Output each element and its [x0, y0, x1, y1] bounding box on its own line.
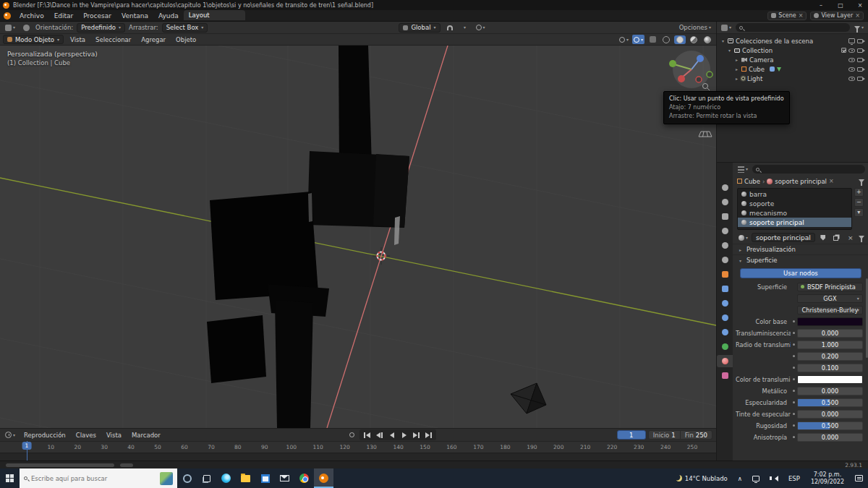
transform-orientation-dropdown[interactable]: Global▾	[399, 23, 440, 33]
outliner-row-cube[interactable]: ▸ Cube	[717, 64, 868, 74]
view-layer-selector[interactable]: View Layer ×	[810, 12, 864, 20]
color-swatch-color-base[interactable]	[797, 317, 863, 326]
frame-start-field[interactable]: Inicio1	[648, 430, 681, 440]
collection-checkbox[interactable]	[841, 48, 846, 53]
cortana-button[interactable]	[177, 468, 197, 488]
jump-to-start-button[interactable]	[362, 430, 373, 440]
collapse-icon[interactable]: ▸	[734, 57, 739, 62]
mode-dropdown[interactable]: Modo Objeto▾	[3, 35, 64, 44]
animate-dot-icon[interactable]	[791, 401, 797, 403]
unlink-material-button[interactable]: ×	[845, 233, 856, 242]
zoom-icon[interactable]	[703, 84, 710, 91]
gizmo-y-neg-axis[interactable]	[707, 72, 712, 77]
editor-type-button[interactable]: ▾	[4, 23, 17, 33]
hide-viewport-icon[interactable]	[848, 58, 855, 62]
properties-tab-constraints[interactable]	[717, 326, 733, 338]
view-layer-unlink-icon[interactable]: ×	[855, 12, 860, 19]
perspective-toggle-icon[interactable]	[699, 132, 712, 137]
viewport-menu-seleccionar[interactable]: Seleccionar	[90, 36, 136, 43]
material-slot-barra[interactable]: barra	[738, 189, 851, 199]
shading-rendered-button[interactable]	[702, 35, 713, 44]
shading-material-button[interactable]	[688, 35, 699, 44]
play-button[interactable]	[399, 430, 409, 440]
menu-procesar[interactable]: Procesar	[78, 10, 116, 21]
properties-editor-type-button[interactable]: ▾	[736, 165, 749, 174]
use-nodes-button[interactable]: Usar nodos	[740, 268, 861, 278]
blender-taskbar-button[interactable]	[314, 468, 333, 488]
outliner-row-scene-collection[interactable]: ▾ Colecciones de la escena	[717, 36, 868, 46]
show-hidden-icons-button[interactable]: ∧	[733, 468, 747, 488]
animate-dot-icon[interactable]	[791, 332, 797, 334]
language-button[interactable]: ESP	[783, 468, 805, 488]
viewport-menu-vista[interactable]: Vista	[65, 36, 90, 43]
timeline-menu-claves[interactable]: Claves	[71, 432, 101, 439]
next-keyframe-button[interactable]	[411, 430, 422, 440]
snap-toggle[interactable]	[444, 23, 456, 33]
playhead-badge[interactable]: 1	[22, 442, 32, 450]
value-slider-rugosidad[interactable]: 0.500	[797, 421, 863, 430]
section-preview[interactable]: ▸ Previsualización	[733, 244, 868, 254]
dropdown-christensen-burley[interactable]: Christensen-Burley▾	[797, 306, 863, 314]
animate-dot-icon[interactable]	[791, 320, 797, 322]
search-highlight-image[interactable]	[160, 472, 173, 485]
chrome-button[interactable]	[294, 468, 314, 488]
outliner-row-camera[interactable]: ▸ Camera	[717, 55, 868, 64]
auto-keyframe-toggle[interactable]	[346, 430, 357, 440]
value-slider-value[interactable]: 0.100	[797, 364, 863, 372]
clock-widget[interactable]: 7:02 p.m. 12/09/2022	[805, 471, 850, 486]
material-name-field[interactable]: soporte principal	[752, 233, 815, 242]
filter-icon[interactable]	[859, 236, 864, 239]
viewport-menu-objeto[interactable]: Objeto	[171, 36, 201, 43]
value-slider-radio-de-translumi[interactable]: 1.000	[797, 341, 863, 349]
menu-ayuda[interactable]: Ayuda	[153, 10, 184, 21]
breadcrumb-object[interactable]: Cube	[744, 178, 760, 185]
properties-tab-tool[interactable]	[717, 181, 733, 194]
viewport-canvas[interactable]	[0, 46, 716, 428]
edge-button[interactable]	[216, 468, 236, 488]
material-slot-mecanismo[interactable]: mecanismo	[738, 208, 851, 218]
view-image-button[interactable]	[20, 23, 32, 33]
collapse-icon[interactable]: ▸	[734, 76, 739, 81]
workspace-tab-layout[interactable]: Layout	[184, 10, 246, 20]
overlays-toggle[interactable]: ▾	[632, 35, 644, 44]
jump-to-end-button[interactable]	[423, 430, 434, 440]
menu-archivo[interactable]: Archivo	[14, 10, 49, 21]
value-slider-transluminiscencia[interactable]: 0.000	[797, 329, 863, 338]
new-material-button[interactable]	[831, 233, 843, 242]
snap-settings-button[interactable]: ▾	[459, 23, 471, 33]
gizmo-y-axis[interactable]	[669, 60, 676, 67]
current-frame-field[interactable]: 1	[617, 430, 646, 440]
shader-selector[interactable]: BSDF Principista	[797, 283, 863, 291]
disable-render-icon[interactable]	[857, 48, 863, 53]
gizmo-z-axis[interactable]	[697, 55, 704, 62]
maximize-button[interactable]: □	[833, 0, 848, 10]
animate-dot-icon[interactable]	[791, 436, 797, 438]
value-slider-especularidad[interactable]: 0.500	[797, 398, 863, 407]
slot-specials-button[interactable]: ▾	[854, 208, 864, 217]
properties-tab-texture[interactable]	[717, 369, 733, 382]
properties-tab-particles[interactable]	[717, 297, 733, 309]
add-slot-button[interactable]: +	[854, 188, 864, 197]
material-slot-soporte[interactable]: soporte	[738, 199, 851, 208]
disable-render-icon[interactable]	[857, 77, 863, 81]
render-visibility-icon[interactable]	[857, 39, 863, 43]
properties-tab-scene[interactable]	[717, 239, 733, 252]
timeline-menu-reproducci-n[interactable]: Reproducción	[19, 432, 71, 439]
properties-tab-world[interactable]	[717, 254, 733, 266]
signal-model[interactable]	[207, 46, 409, 428]
file-explorer-button[interactable]	[236, 468, 255, 488]
menu-ventana[interactable]: Ventana	[116, 10, 153, 21]
properties-tab-object[interactable]	[717, 268, 733, 281]
disable-render-icon[interactable]	[857, 67, 863, 72]
fake-user-button[interactable]	[817, 233, 829, 242]
menu-editar[interactable]: Editar	[49, 10, 79, 21]
shading-solid-button[interactable]	[674, 35, 686, 44]
hide-viewport-icon[interactable]	[848, 48, 855, 53]
animate-dot-icon[interactable]	[791, 343, 797, 346]
scene-unlink-icon[interactable]: ×	[799, 12, 804, 19]
value-slider-met-lico[interactable]: 0.000	[797, 387, 863, 395]
color-swatch-color-de-translumi[interactable]	[797, 375, 863, 384]
viewport-3d[interactable]: Personalizada (perspectiva) (1) Collecti…	[0, 46, 716, 428]
properties-tab-view-layer[interactable]	[717, 225, 733, 237]
gizmo-x-neg-axis[interactable]	[696, 77, 702, 82]
